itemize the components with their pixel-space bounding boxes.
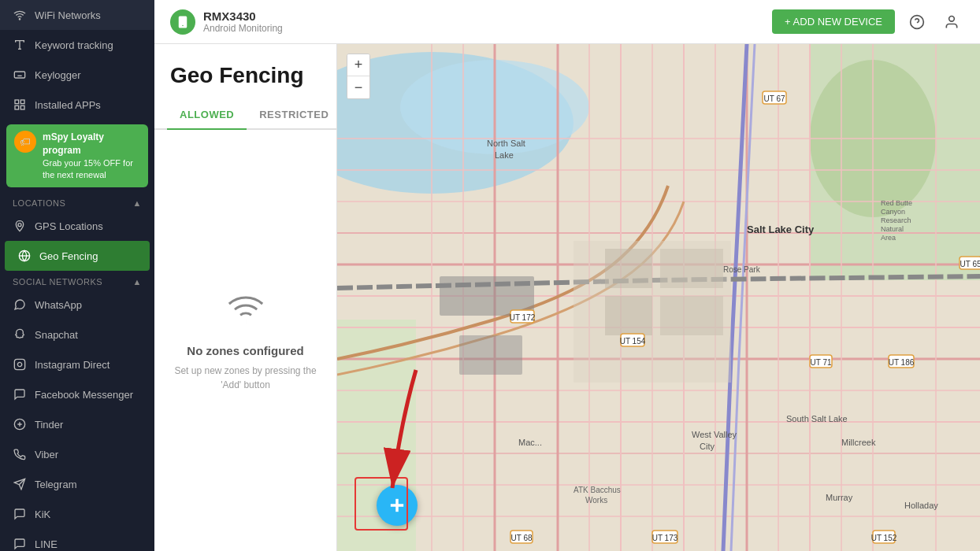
sidebar-item-facebook[interactable]: Facebook Messenger	[0, 379, 154, 409]
sidebar-item-snapchat[interactable]: Snapchat	[0, 320, 154, 349]
chevron-up-icon: ▲	[133, 198, 142, 208]
svg-text:UT 67: UT 67	[763, 94, 785, 103]
svg-text:West Valley: West Valley	[692, 430, 737, 439]
tabs: ALLOWED RESTRICTED	[154, 101, 336, 130]
svg-text:Area: Area	[881, 234, 896, 242]
svg-rect-66	[660, 249, 723, 288]
whatsapp-icon	[13, 298, 27, 312]
header-right: + ADD NEW DEVICE	[772, 9, 964, 35]
sidebar-item-label: Telegram	[35, 479, 76, 490]
sidebar-item-gps-locations[interactable]: GPS Locations	[0, 211, 154, 241]
svg-rect-67	[605, 296, 652, 335]
svg-text:Salt Lake City: Salt Lake City	[747, 224, 815, 235]
svg-point-0	[19, 19, 20, 20]
svg-rect-68	[660, 296, 723, 335]
telegram-icon	[13, 477, 27, 491]
locations-section-header: LOCATIONS ▲	[0, 192, 154, 211]
svg-text:UT 65: UT 65	[960, 260, 980, 268]
map-controls: + −	[347, 54, 370, 99]
sidebar-item-keyword-tracking[interactable]: Keyword tracking	[0, 30, 154, 60]
viber-icon	[13, 447, 27, 461]
map-background: Salt Lake City North Salt Lake West Vall…	[337, 44, 980, 551]
svg-text:ATK Bacchus: ATK Bacchus	[574, 486, 621, 494]
svg-rect-10	[20, 100, 24, 104]
empty-state-title: No zones configured	[187, 344, 303, 357]
left-panel: Geo Fencing ALLOWED RESTRICTED No	[154, 44, 337, 551]
svg-rect-70	[459, 335, 522, 375]
svg-point-25	[182, 24, 184, 26]
svg-text:Natural: Natural	[881, 225, 904, 233]
sidebar-item-label: Instagram Direct	[35, 359, 110, 371]
tinder-icon	[13, 417, 27, 431]
svg-text:Holladay: Holladay	[904, 501, 938, 510]
zoom-out-button[interactable]: −	[347, 76, 369, 98]
sidebar-item-tinder[interactable]: Tinder	[0, 409, 154, 439]
sidebar-item-whatsapp[interactable]: WhatsApp	[0, 290, 154, 320]
zoom-in-button[interactable]: +	[347, 54, 369, 76]
svg-rect-16	[14, 360, 24, 370]
sidebar-item-label: Keyword tracking	[35, 39, 113, 51]
add-device-button[interactable]: + ADD NEW DEVICE	[772, 9, 895, 34]
sidebar-item-wifi-networks[interactable]: WiFi Networks	[0, 0, 154, 30]
svg-text:Millcreek: Millcreek	[841, 438, 876, 447]
svg-rect-65	[605, 249, 652, 288]
empty-state-subtitle: Set up new zones by pressing the 'Add' b…	[170, 364, 321, 392]
account-button[interactable]	[939, 9, 964, 35]
sidebar-item-label: Viber	[35, 449, 58, 460]
loyalty-banner[interactable]: 🏷 mSpy Loyalty program Grab your 15% OFF…	[6, 124, 148, 187]
svg-text:UT 173: UT 173	[652, 534, 678, 542]
svg-text:Lake: Lake	[495, 150, 514, 160]
loyalty-text: Grab your 15% OFF for the next renewal	[43, 158, 133, 179]
text-icon	[13, 38, 27, 52]
svg-text:Murray: Murray	[826, 493, 853, 502]
header-left: RMX3430 Android Monitoring	[170, 9, 283, 35]
svg-rect-3	[14, 72, 24, 78]
line-icon	[13, 537, 27, 551]
sidebar-item-label: Geo Fencing	[39, 250, 98, 262]
sidebar-item-label: Installed APPs	[35, 99, 101, 111]
sidebar-item-label: Snapchat	[35, 329, 78, 341]
sidebar-item-viber[interactable]: Viber	[0, 439, 154, 469]
help-button[interactable]	[904, 9, 930, 35]
svg-rect-12	[15, 105, 19, 109]
kik-icon	[13, 507, 27, 521]
sidebar-item-line[interactable]: LINE	[0, 529, 154, 551]
pin-icon	[13, 219, 27, 233]
tab-allowed[interactable]: ALLOWED	[167, 101, 247, 130]
svg-text:Works: Works	[585, 496, 607, 505]
svg-text:UT 152: UT 152	[871, 534, 897, 542]
main-content: RMX3430 Android Monitoring + ADD NEW DEV…	[154, 0, 980, 551]
wifi-icon	[13, 8, 27, 22]
facebook-icon	[13, 387, 27, 401]
svg-text:Rose Park: Rose Park	[723, 265, 761, 274]
svg-text:Research: Research	[881, 216, 911, 224]
empty-state: No zones configured Set up new zones by …	[154, 130, 336, 551]
svg-text:UT 68: UT 68	[510, 534, 532, 542]
svg-text:Canyon: Canyon	[881, 208, 905, 216]
content-area: Geo Fencing ALLOWED RESTRICTED No	[154, 44, 980, 551]
add-zone-button[interactable]	[377, 485, 418, 526]
sidebar-item-label: Facebook Messenger	[35, 389, 133, 401]
sidebar-item-keylogger[interactable]: Keylogger	[0, 60, 154, 90]
grid-icon	[13, 98, 27, 112]
sidebar-item-kik[interactable]: KiK	[0, 499, 154, 529]
svg-text:UT 71: UT 71	[810, 358, 831, 367]
keyboard-icon	[13, 68, 27, 82]
tab-restricted[interactable]: RESTRICTED	[247, 101, 341, 130]
no-zones-icon	[227, 290, 265, 335]
device-icon	[170, 9, 195, 35]
device-subtitle: Android Monitoring	[203, 23, 283, 34]
social-section-header: SOCIAL NETWORKS ▲	[0, 271, 154, 290]
sidebar-item-geo-fencing[interactable]: Geo Fencing	[5, 241, 150, 271]
sidebar-item-telegram[interactable]: Telegram	[0, 469, 154, 499]
svg-rect-9	[15, 100, 19, 104]
loyalty-icon: 🏷	[14, 131, 36, 153]
sidebar-item-instagram[interactable]: Instagram Direct	[0, 349, 154, 379]
svg-text:Mac...: Mac...	[518, 438, 542, 447]
svg-text:UT 154: UT 154	[620, 337, 646, 346]
sidebar-item-label: KiK	[35, 508, 50, 520]
sidebar-item-installed-apps[interactable]: Installed APPs	[0, 90, 154, 120]
header: RMX3430 Android Monitoring + ADD NEW DEV…	[154, 0, 980, 44]
sidebar: WiFi Networks Keyword tracking Keylogger…	[0, 0, 154, 551]
svg-text:City: City	[700, 442, 715, 451]
